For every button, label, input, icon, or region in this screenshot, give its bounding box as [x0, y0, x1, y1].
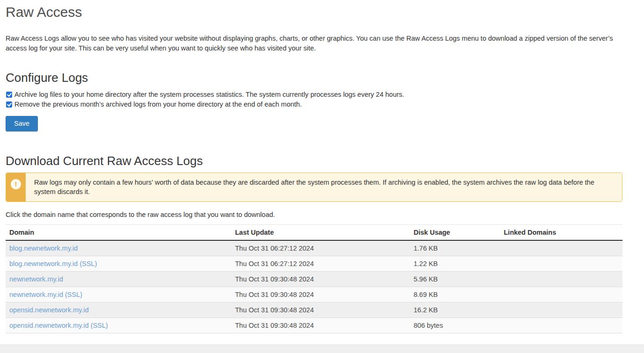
table-header-row: Domain Last Update Disk Usage Linked Dom… — [6, 225, 623, 241]
remove-archived-label: Remove the previous month’s archived log… — [14, 100, 302, 109]
disk-usage-cell: 8.69 KB — [410, 287, 500, 303]
disk-usage-cell: 1.22 KB — [410, 256, 500, 272]
disk-usage-cell: 806 bytes — [410, 318, 500, 333]
page-description: Raw Access Logs allow you to see who has… — [6, 34, 623, 53]
col-header-linked-domains: Linked Domains — [500, 225, 623, 241]
page-title: Raw Access — [6, 3, 623, 22]
linked-domains-cell — [500, 287, 623, 303]
domain-link[interactable]: newnetwork.my.id — [9, 275, 63, 283]
domain-link[interactable]: opensid.newnetwork.my.id (SSL) — [9, 322, 108, 329]
notice-icon-strip: ! — [6, 173, 26, 202]
table-row: opensid.newnetwork.my.id (SSL) Thu Oct 3… — [6, 318, 623, 333]
disk-usage-cell: 5.96 KB — [410, 272, 500, 287]
raw-access-logs-table: Domain Last Update Disk Usage Linked Dom… — [6, 224, 623, 333]
last-update-cell: Thu Oct 31 09:30:48 2024 — [231, 318, 410, 333]
page-footer-strip — [0, 344, 644, 353]
table-instruction: Click the domain name that corresponds t… — [6, 211, 623, 218]
table-row: blog.newnetwork.my.id Thu Oct 31 06:27:1… — [6, 240, 623, 256]
remove-archived-checkbox[interactable] — [6, 101, 12, 108]
table-row: newnetwork.my.id Thu Oct 31 09:30:48 202… — [6, 272, 623, 287]
last-update-cell: Thu Oct 31 09:30:48 2024 — [231, 287, 410, 303]
col-header-domain: Domain — [6, 225, 231, 241]
linked-domains-cell — [500, 240, 623, 256]
domain-link[interactable]: blog.newnetwork.my.id (SSL) — [9, 260, 97, 267]
notice-box: ! Raw logs may only contain a few hours’… — [6, 173, 623, 202]
warning-icon: ! — [11, 179, 21, 189]
col-header-last-update: Last Update — [231, 225, 410, 241]
last-update-cell: Thu Oct 31 09:30:48 2024 — [231, 272, 410, 287]
remove-archived-option: Remove the previous month’s archived log… — [6, 100, 623, 109]
notice-text: Raw logs may only contain a few hours’ w… — [26, 173, 622, 202]
linked-domains-cell — [500, 303, 623, 318]
download-logs-heading: Download Current Raw Access Logs — [6, 153, 623, 169]
linked-domains-cell — [500, 318, 623, 333]
domain-link[interactable]: newnetwork.my.id (SSL) — [9, 291, 82, 298]
col-header-disk-usage: Disk Usage — [410, 225, 500, 241]
archive-logs-option: Archive log files to your home directory… — [6, 90, 623, 100]
linked-domains-cell — [500, 256, 623, 272]
domain-link[interactable]: opensid.newnetwork.my.id — [9, 306, 89, 314]
archive-logs-checkbox[interactable] — [6, 92, 12, 98]
domain-link[interactable]: blog.newnetwork.my.id — [9, 245, 78, 252]
last-update-cell: Thu Oct 31 06:27:12 2024 — [231, 240, 410, 256]
configure-logs-heading: Configure Logs — [6, 70, 623, 86]
linked-domains-cell — [500, 272, 623, 287]
save-button[interactable]: Save — [6, 116, 38, 131]
disk-usage-cell: 1.76 KB — [410, 240, 500, 256]
archive-logs-label: Archive log files to your home directory… — [14, 90, 404, 100]
main-content: Raw Access Raw Access Logs allow you to … — [6, 3, 623, 333]
table-row: opensid.newnetwork.my.id Thu Oct 31 09:3… — [6, 303, 623, 318]
last-update-cell: Thu Oct 31 09:30:48 2024 — [231, 303, 410, 318]
table-row: blog.newnetwork.my.id (SSL) Thu Oct 31 0… — [6, 256, 623, 272]
last-update-cell: Thu Oct 31 06:27:12 2024 — [231, 256, 410, 272]
disk-usage-cell: 16.2 KB — [410, 303, 500, 318]
table-row: newnetwork.my.id (SSL) Thu Oct 31 09:30:… — [6, 287, 623, 303]
